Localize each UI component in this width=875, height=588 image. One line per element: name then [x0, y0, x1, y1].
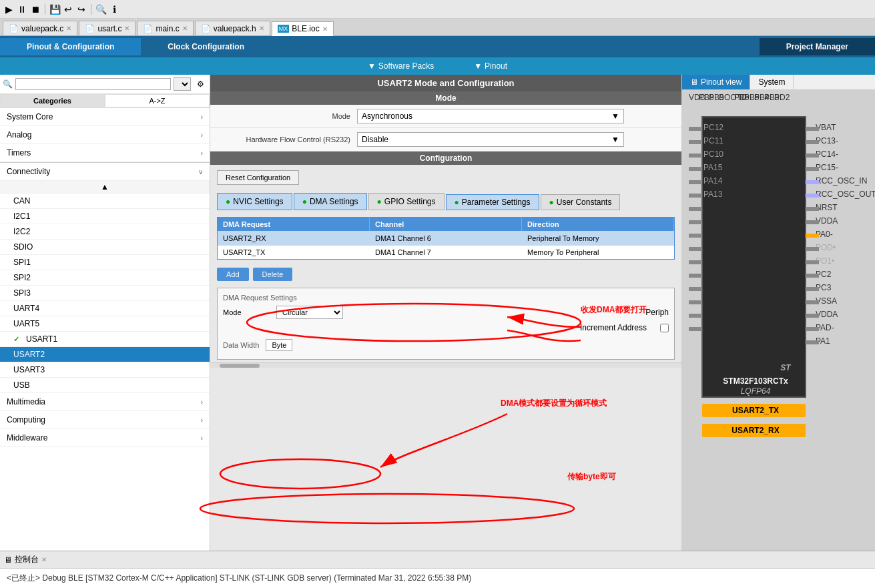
section-tab-clock[interactable]: Clock Configuration [141, 38, 271, 55]
mode-setting-select[interactable]: Circular [276, 306, 343, 319]
sidebar-item-system-core[interactable]: System Core › [0, 108, 210, 126]
pin-label-osci: RCC_OSC_IN [816, 176, 867, 186]
pin-stub-left-4 [689, 167, 702, 171]
search-scope-select[interactable] [174, 77, 191, 91]
section-tab-pinout[interactable]: Pinout & Configuration [0, 38, 141, 55]
sidebar-item-can[interactable]: CAN [0, 194, 210, 209]
pin-stub-right-12 [806, 274, 819, 278]
console-icon: 🖥 [4, 555, 12, 565]
tab-icon-usart-c: 📄 [85, 24, 95, 33]
usart2-tx-label: USART2_TX [732, 406, 779, 415]
mode-select[interactable]: Asynchronous ▼ [357, 109, 624, 123]
toolbar-icon-redo[interactable]: ↪ [75, 3, 87, 15]
sidebar-item-timers[interactable]: Timers › [0, 144, 210, 162]
toolbar-icon-run[interactable]: ▶ [3, 3, 15, 15]
tab-label-main-c: main.c [156, 24, 179, 33]
tab-nvic-settings[interactable]: ● NVIC Settings [217, 193, 292, 210]
tab-close-ble-ioc[interactable]: ✕ [322, 25, 328, 33]
toolbar-icon-undo[interactable]: ↩ [62, 3, 74, 15]
toolbar-icon-save[interactable]: 💾 [49, 3, 61, 15]
section-tab-project[interactable]: Project Manager [760, 38, 875, 55]
console-tab-close[interactable]: ✕ [41, 556, 47, 563]
gear-icon[interactable]: ⚙ [194, 77, 207, 91]
sidebar-item-i2c2[interactable]: I2C2 [0, 224, 210, 240]
table-row[interactable]: USART2_RX DMA1 Channel 6 Peripheral To M… [218, 231, 674, 245]
sidebar-item-label-usart2: USART2 [13, 350, 45, 359]
dma-cell-direction-1: Peripheral To Memory [522, 232, 674, 245]
toolbar-icon-info[interactable]: ℹ [108, 3, 120, 15]
check-icon-dma: ● [302, 197, 307, 206]
sidebar-item-spi1[interactable]: SPI1 [0, 255, 210, 270]
flow-control-value: Disable [362, 135, 388, 144]
tab-close-main-c[interactable]: ✕ [182, 25, 188, 32]
tab-close-usart-c[interactable]: ✕ [124, 25, 129, 32]
sub-tab-software[interactable]: ▼ Software Packs [368, 61, 434, 71]
sidebar-item-spi2[interactable]: SPI2 [0, 270, 210, 286]
reset-config-button[interactable]: Reset Configuration [217, 170, 299, 185]
delete-button[interactable]: Delete [253, 268, 293, 281]
pin-stub-right-16 [806, 327, 819, 331]
tab-gpio-settings[interactable]: ● GPIO Settings [368, 193, 445, 210]
pin-stub-right-6 [806, 194, 819, 198]
sidebar-item-analog[interactable]: Analog › [0, 126, 210, 144]
pin-stub-left-12 [689, 274, 702, 278]
search-input[interactable] [15, 78, 171, 90]
pin-stub-right-4 [806, 167, 819, 171]
pinout-view-tab[interactable]: 🖥 Pinout view [682, 75, 750, 89]
tab-ble-ioc[interactable]: MX BLE.ioc ✕ [272, 21, 334, 36]
filter-categories-btn[interactable]: Categories [0, 94, 105, 107]
tab-parameter-settings[interactable]: ● Parameter Settings [446, 194, 539, 210]
config-section: Configuration Reset Configuration ● NVIC… [210, 152, 681, 588]
sidebar-item-connectivity[interactable]: Connectivity ∨ [0, 162, 210, 181]
system-view-tab[interactable]: System [750, 75, 794, 89]
increment-checkbox[interactable] [660, 324, 669, 332]
sidebar-item-spi3[interactable]: SPI3 [0, 286, 210, 301]
pin-stub-right-17 [806, 340, 819, 344]
scrollbar-thumb[interactable] [220, 364, 260, 368]
pin-stub-left-6 [689, 194, 702, 198]
tab-usart-c[interactable]: 📄 usart.c ✕ [79, 21, 135, 35]
sidebar-item-i2c1[interactable]: I2C1 [0, 209, 210, 224]
data-width-row: Data Width Byte [223, 336, 669, 354]
flow-control-select[interactable]: Disable ▼ [357, 132, 624, 147]
sidebar-item-usart3[interactable]: USART3 [0, 362, 210, 378]
sidebar-item-label-timers: Timers [7, 148, 31, 158]
dma-col-direction: Direction [522, 218, 674, 231]
pin-label-pd2: PD2 [774, 93, 790, 102]
tab-dma-settings[interactable]: ● DMA Settings [294, 193, 367, 210]
tab-icon-valuepack-h: 📄 [201, 24, 211, 33]
chip-body [702, 117, 806, 397]
sidebar-item-multimedia[interactable]: Multimedia › [0, 393, 210, 411]
toolbar-icon-search[interactable]: 🔍 [95, 3, 107, 15]
toolbar-icon-pause[interactable]: ⏸ [16, 3, 28, 15]
config-tabs-bar: ● NVIC Settings ● DMA Settings ● GPIO Se… [210, 190, 681, 213]
pin-stub-left-5 [689, 180, 702, 184]
horizontal-scrollbar[interactable] [210, 362, 681, 368]
sub-tab-pinout[interactable]: ▼ Pinout [474, 61, 507, 71]
sidebar-item-usart2[interactable]: USART2 [0, 347, 210, 362]
tab-close-valuepack-h[interactable]: ✕ [259, 25, 264, 32]
add-button[interactable]: Add [217, 268, 249, 281]
sidebar-item-usb[interactable]: USB [0, 378, 210, 393]
dma-cell-channel-2: DMA1 Channel 7 [370, 246, 522, 259]
tab-close-valuepack-c[interactable]: ✕ [66, 25, 71, 32]
sidebar-item-sdio[interactable]: SDIO [0, 240, 210, 255]
scroll-up-indicator[interactable]: ▲ [0, 181, 210, 194]
sidebar-item-uart5[interactable]: UART5 [0, 316, 210, 332]
sidebar-item-computing[interactable]: Computing › [0, 411, 210, 429]
sidebar-item-middleware[interactable]: Middleware › [0, 429, 210, 447]
check-icon-user: ● [549, 198, 554, 207]
console-tab[interactable]: 🖥 控制台 ✕ [4, 554, 47, 565]
filter-az-btn[interactable]: A->Z [105, 94, 210, 107]
status-text: <已终止> Debug BLE [STM32 Cortex-M C/C++ Ap… [7, 573, 471, 584]
pin-label-vdda2: VDDA [816, 310, 838, 319]
tab-valuepack-h[interactable]: 📄 valuepack.h ✕ [195, 21, 270, 35]
toolbar-icon-stop[interactable]: ⏹ [29, 3, 41, 15]
tab-main-c[interactable]: 📄 main.c ✕ [137, 21, 193, 35]
sidebar-item-usart1[interactable]: USART1 [0, 332, 210, 347]
tab-valuepack-c[interactable]: 📄 valuepack.c ✕ [3, 21, 77, 35]
sidebar-item-uart4[interactable]: UART4 [0, 301, 210, 316]
table-row[interactable]: USART2_TX DMA1 Channel 7 Memory To Perip… [218, 245, 674, 259]
tab-user-constants[interactable]: ● User Constants [541, 194, 621, 210]
pin-stub-right-5 [806, 180, 819, 184]
